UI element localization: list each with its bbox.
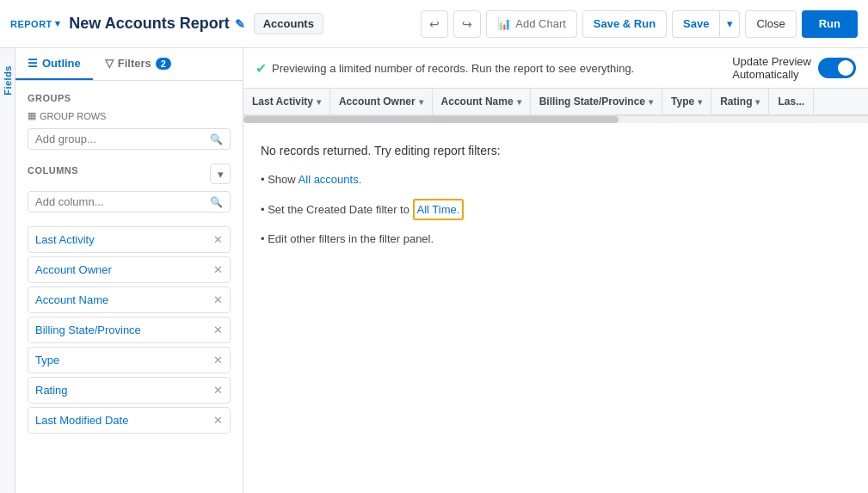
accounts-badge: Accounts [254, 13, 323, 34]
fields-sidebar-label: Fields [3, 65, 13, 96]
horizontal-scrollbar[interactable] [243, 116, 868, 123]
column-label-billing-state: Billing State/Province [35, 324, 141, 336]
chart-icon: 📊 [497, 17, 511, 30]
th-billing-state: Billing State/Province ▾ [531, 89, 662, 114]
th-account-owner: Account Owner ▾ [330, 89, 433, 114]
column-item-billing-state[interactable]: Billing State/Province ✕ [28, 317, 231, 343]
filter-count-badge: 2 [156, 58, 171, 70]
column-remove-last-activity[interactable]: ✕ [213, 233, 223, 246]
panel-tabs: ☰ Outline ▽ Filters 2 [15, 48, 243, 81]
search-icon-col: 🔍 [210, 196, 223, 208]
add-column-search[interactable]: 🔍 [28, 191, 231, 213]
undo-button[interactable]: ↩ [421, 10, 448, 38]
filters-tab-label: Filters [118, 57, 151, 70]
column-item-rating[interactable]: Rating ✕ [28, 377, 231, 404]
scrollbar-thumb[interactable] [243, 116, 619, 123]
suggestion-edit-filters: • Edit other filters in the filter panel… [261, 231, 851, 248]
th-last-activity-dropdown[interactable]: ▾ [317, 97, 321, 107]
fields-sidebar[interactable]: Fields [0, 48, 15, 493]
main-content: ✔ Previewing a limited number of records… [243, 48, 868, 493]
search-icon: 🔍 [210, 133, 223, 145]
add-group-input[interactable] [35, 132, 210, 145]
th-type: Type ▾ [662, 89, 711, 114]
top-bar-actions: ↩ ↪ 📊 Add Chart Save & Run Save ▾ Close … [421, 10, 858, 38]
th-billing-state-dropdown[interactable]: ▾ [649, 97, 653, 107]
column-item-last-modified[interactable]: Last Modified Date ✕ [28, 407, 231, 434]
th-last-col: Las... [769, 89, 814, 114]
th-account-name-label: Account Name [441, 96, 514, 108]
column-item-type[interactable]: Type ✕ [28, 347, 231, 373]
th-account-owner-dropdown[interactable]: ▾ [419, 97, 423, 107]
save-button-group: Save ▾ [672, 10, 740, 38]
add-group-search[interactable]: 🔍 [28, 128, 231, 150]
table-header: Last Activity ▾ Account Owner ▾ Account … [243, 89, 868, 116]
column-label-account-name: Account Name [35, 293, 108, 306]
groups-section-title: Groups [28, 93, 231, 103]
check-icon: ✔ [255, 60, 267, 77]
preview-banner: ✔ Previewing a limited number of records… [243, 48, 868, 89]
all-accounts-link[interactable]: All accounts. [299, 173, 362, 186]
th-last-activity: Last Activity ▾ [243, 89, 330, 114]
columns-list: Last Activity ✕ Account Owner ✕ Account … [28, 226, 231, 434]
column-label-last-activity: Last Activity [35, 233, 95, 246]
group-rows-text: GROUP ROWS [40, 111, 106, 121]
column-item-last-activity[interactable]: Last Activity ✕ [28, 226, 231, 253]
update-preview-toggle[interactable] [818, 58, 856, 78]
th-rating-dropdown[interactable]: ▾ [755, 97, 760, 107]
save-run-button[interactable]: Save & Run [582, 10, 667, 38]
tab-outline[interactable]: ☰ Outline [15, 48, 93, 80]
columns-header: Columns ▾ [28, 163, 231, 184]
outline-tab-label: Outline [42, 57, 81, 70]
th-rating-label: Rating [720, 96, 752, 108]
no-records-area: No records returned. Try editing report … [243, 123, 868, 493]
no-records-title: No records returned. Try editing report … [261, 144, 851, 157]
column-label-type: Type [35, 354, 59, 367]
update-preview: Update Preview Automatically [732, 55, 856, 81]
columns-dropdown-button[interactable]: ▾ [210, 163, 231, 184]
add-chart-button[interactable]: 📊 Add Chart [486, 10, 577, 38]
outline-icon: ☰ [28, 57, 38, 70]
save-dropdown-button[interactable]: ▾ [719, 10, 740, 38]
column-remove-type[interactable]: ✕ [213, 354, 223, 367]
tab-filters[interactable]: ▽ Filters 2 [93, 48, 183, 80]
report-title: New Accounts Report ✎ [69, 15, 244, 33]
top-bar-left: REPORT ▾ New Accounts Report ✎ Accounts [10, 13, 323, 34]
column-remove-account-owner[interactable]: ✕ [213, 263, 223, 276]
report-label-text: REPORT [10, 19, 52, 29]
top-bar: REPORT ▾ New Accounts Report ✎ Accounts … [0, 0, 868, 48]
th-account-name-dropdown[interactable]: ▾ [517, 97, 521, 107]
redo-button[interactable]: ↪ [453, 10, 481, 38]
column-label-rating: Rating [35, 384, 68, 397]
edit-icon[interactable]: ✎ [235, 17, 245, 31]
save-button[interactable]: Save [672, 10, 719, 38]
columns-section-title: Columns [28, 165, 78, 176]
add-column-input[interactable] [35, 195, 210, 208]
column-item-account-owner[interactable]: Account Owner ✕ [28, 256, 231, 283]
run-button[interactable]: Run [802, 10, 858, 38]
column-label-last-modified: Last Modified Date [35, 414, 128, 427]
th-last-activity-label: Last Activity [252, 96, 313, 108]
preview-message: Previewing a limited number of records. … [272, 62, 634, 75]
left-panel: ☰ Outline ▽ Filters 2 Groups ▦ GROUP ROW… [15, 48, 243, 493]
filter-icon: ▽ [105, 57, 114, 70]
update-label-text: Update Preview [732, 55, 811, 68]
all-time-link[interactable]: All Time. [413, 199, 465, 221]
report-title-text: New Accounts Report [69, 15, 229, 33]
th-billing-state-label: Billing State/Province [539, 96, 645, 108]
main-layout: Fields ☰ Outline ▽ Filters 2 Groups ▦ GR… [0, 48, 868, 493]
th-rating: Rating ▾ [711, 89, 769, 114]
column-remove-billing-state[interactable]: ✕ [213, 324, 223, 336]
suggestion-created-date: • Set the Created Date filter to All Tim… [261, 199, 851, 221]
th-type-dropdown[interactable]: ▾ [698, 97, 702, 107]
group-rows-label: ▦ GROUP ROWS [28, 110, 231, 121]
suggestion-show-all: • Show All accounts. [261, 171, 851, 188]
close-button[interactable]: Close [745, 10, 796, 38]
column-remove-rating[interactable]: ✕ [213, 384, 223, 397]
report-label[interactable]: REPORT ▾ [10, 18, 60, 29]
column-item-account-name[interactable]: Account Name ✕ [28, 287, 231, 313]
panel-content: Groups ▦ GROUP ROWS 🔍 Columns ▾ 🔍 Last A… [15, 81, 243, 493]
th-type-label: Type [671, 96, 694, 108]
column-remove-account-name[interactable]: ✕ [213, 293, 223, 306]
th-account-owner-label: Account Owner [339, 96, 416, 108]
column-remove-last-modified[interactable]: ✕ [213, 414, 223, 427]
